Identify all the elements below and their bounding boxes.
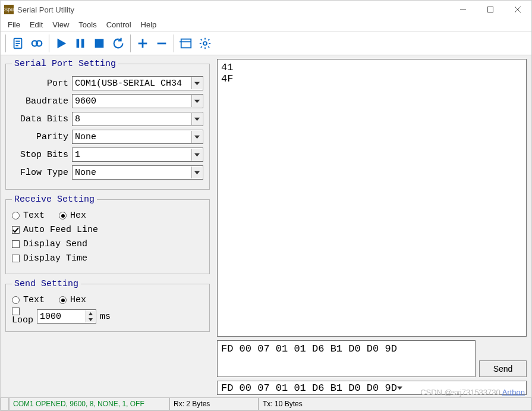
pause-icon[interactable]: [71, 34, 90, 53]
title-bar: Spu Serial Port Utility: [1, 1, 531, 18]
maximize-button[interactable]: [477, 1, 504, 18]
stop-icon[interactable]: [90, 34, 109, 53]
port-label: Port: [12, 79, 68, 89]
status-rx: Rx: 2 Bytes: [169, 398, 259, 410]
flowtype-label: Flow Type: [12, 168, 68, 178]
watermark-link[interactable]: Arthon: [502, 388, 525, 397]
databits-value: 8: [75, 114, 80, 124]
app-icon: Spu: [4, 5, 14, 14]
svg-marker-26: [89, 312, 93, 315]
svg-rect-13: [95, 39, 104, 48]
receive-hex-radio[interactable]: Hex: [59, 211, 86, 221]
svg-marker-27: [89, 318, 93, 321]
baudrate-value: 9600: [75, 96, 96, 106]
status-bar: COM1 OPENED, 9600, 8, NONE, 1, OFF Rx: 2…: [1, 397, 531, 410]
svg-marker-22: [194, 117, 200, 120]
svg-marker-28: [397, 386, 402, 389]
gear-icon[interactable]: [196, 34, 215, 53]
menu-edit[interactable]: Edit: [25, 19, 48, 30]
play-icon[interactable]: [52, 34, 71, 53]
baudrate-label: Baudrate: [12, 96, 68, 106]
send-text-radio[interactable]: Text: [12, 295, 45, 305]
menu-tools[interactable]: Tools: [74, 19, 101, 30]
stopbits-label: Stop Bits: [12, 150, 68, 160]
receive-text-radio[interactable]: Text: [12, 211, 45, 221]
svg-marker-24: [194, 153, 200, 156]
chevron-down-icon[interactable]: [397, 382, 402, 394]
send-button[interactable]: Send: [479, 360, 527, 377]
loop-label: Loop: [12, 315, 33, 325]
svg-rect-11: [77, 39, 80, 48]
spin-up-icon[interactable]: [89, 310, 93, 316]
chevron-down-icon[interactable]: [191, 131, 202, 143]
svg-point-19: [203, 42, 207, 45]
send-hex-label: Hex: [70, 295, 86, 305]
display-send-checkbox[interactable]: Display Send: [12, 239, 203, 249]
receive-hex-label: Hex: [70, 211, 86, 221]
display-time-checkbox[interactable]: Display Time: [12, 253, 203, 263]
send-history-value: FD 00 07 01 01 D6 B1 D0 D0 9D: [221, 382, 397, 394]
svg-rect-17: [181, 39, 191, 48]
loop-checkbox[interactable]: Loop: [12, 308, 33, 325]
serial-port-group: Serial Port Setting Port COM1(USB-SERIAL…: [5, 59, 210, 190]
display-time-label: Display Time: [23, 253, 87, 263]
menu-file[interactable]: File: [3, 19, 25, 30]
receive-setting-group: Receive Setting Text Hex Auto Feed Line …: [5, 194, 210, 274]
menu-control[interactable]: Control: [102, 19, 136, 30]
window-icon[interactable]: [177, 34, 196, 53]
status-tx: Tx: 10 Bytes: [259, 398, 531, 410]
baudrate-select[interactable]: 9600: [72, 94, 203, 108]
receive-output[interactable]: 41 4F: [217, 59, 527, 337]
send-setting-legend: Send Setting: [12, 279, 81, 289]
parity-value: None: [75, 132, 96, 142]
auto-feed-checkbox[interactable]: Auto Feed Line: [12, 225, 203, 235]
chevron-down-icon[interactable]: [191, 149, 202, 161]
svg-marker-21: [194, 99, 200, 102]
receive-text-label: Text: [23, 211, 45, 221]
send-setting-group: Send Setting Text Hex Loop 1000 ms: [5, 279, 210, 332]
svg-marker-25: [194, 171, 200, 174]
spin-down-icon[interactable]: [89, 316, 93, 322]
send-text-label: Text: [23, 295, 45, 305]
databits-label: Data Bits: [12, 114, 68, 124]
minimize-button[interactable]: [449, 1, 477, 18]
svg-rect-12: [81, 39, 84, 48]
menu-bar: File Edit View Tools Control Help: [1, 18, 531, 32]
chevron-down-icon[interactable]: [191, 77, 202, 89]
menu-view[interactable]: View: [48, 19, 74, 30]
chevron-down-icon[interactable]: [191, 95, 202, 107]
window-title: Serial Port Utility: [17, 5, 449, 14]
svg-rect-1: [488, 7, 493, 12]
record-icon[interactable]: [27, 34, 46, 53]
plus-icon[interactable]: [133, 34, 152, 53]
port-select[interactable]: COM1(USB-SERIAL CH34: [72, 76, 203, 90]
send-input[interactable]: FD 00 07 01 01 D6 B1 D0 D0 9D: [217, 340, 476, 377]
new-doc-icon[interactable]: [8, 34, 27, 53]
chevron-down-icon[interactable]: [191, 167, 202, 178]
minus-icon[interactable]: [152, 34, 171, 53]
flowtype-value: None: [75, 168, 96, 178]
refresh-icon[interactable]: [109, 34, 128, 53]
loop-interval-input[interactable]: 1000: [37, 309, 96, 324]
loop-interval-value: 1000: [40, 312, 61, 322]
menu-help[interactable]: Help: [136, 19, 162, 30]
svg-marker-20: [194, 81, 200, 84]
toolbar: [1, 32, 531, 55]
stopbits-value: 1: [75, 150, 80, 160]
close-button[interactable]: [504, 1, 531, 18]
parity-label: Parity: [12, 132, 68, 142]
port-value: COM1(USB-SERIAL CH34: [75, 79, 182, 89]
chevron-down-icon[interactable]: [191, 113, 202, 125]
svg-marker-23: [194, 135, 200, 138]
databits-select[interactable]: 8: [72, 112, 203, 126]
serial-port-legend: Serial Port Setting: [12, 59, 118, 69]
loop-unit-label: ms: [100, 312, 111, 322]
flowtype-select[interactable]: None: [72, 165, 203, 180]
receive-setting-legend: Receive Setting: [12, 194, 97, 205]
stopbits-select[interactable]: 1: [72, 148, 203, 162]
watermark: CSDN @sxj731533730 Arthon: [420, 388, 525, 397]
svg-marker-10: [58, 38, 67, 48]
send-hex-radio[interactable]: Hex: [59, 295, 86, 305]
display-send-label: Display Send: [23, 239, 87, 249]
parity-select[interactable]: None: [72, 130, 203, 144]
